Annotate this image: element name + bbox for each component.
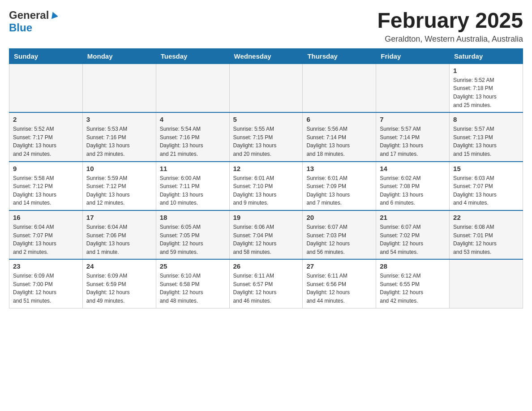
- calendar-day-cell: 11Sunrise: 6:00 AM Sunset: 7:11 PM Dayli…: [156, 162, 229, 210]
- calendar-day-cell: 2Sunrise: 5:52 AM Sunset: 7:17 PM Daylig…: [9, 112, 83, 161]
- col-thursday: Thursday: [303, 48, 376, 64]
- day-sun-info: Sunrise: 6:01 AM Sunset: 7:10 PM Dayligh…: [233, 174, 299, 207]
- calendar-week-row: 2Sunrise: 5:52 AM Sunset: 7:17 PM Daylig…: [9, 112, 523, 161]
- day-sun-info: Sunrise: 5:58 AM Sunset: 7:12 PM Dayligh…: [13, 174, 79, 207]
- calendar-day-cell: 21Sunrise: 6:07 AM Sunset: 7:02 PM Dayli…: [376, 210, 450, 259]
- col-monday: Monday: [82, 48, 156, 64]
- col-friday: Friday: [376, 48, 450, 64]
- day-sun-info: Sunrise: 6:11 AM Sunset: 6:57 PM Dayligh…: [233, 272, 299, 305]
- day-number: 26: [233, 262, 299, 270]
- svg-marker-0: [50, 11, 58, 19]
- day-sun-info: Sunrise: 6:09 AM Sunset: 6:59 PM Dayligh…: [86, 272, 152, 305]
- title-section: February 2025 Geraldton, Western Austral…: [377, 9, 523, 44]
- logo-general-text: General: [9, 9, 49, 21]
- day-sun-info: Sunrise: 5:52 AM Sunset: 7:18 PM Dayligh…: [453, 76, 519, 109]
- col-tuesday: Tuesday: [156, 48, 229, 64]
- calendar-week-row: 23Sunrise: 6:09 AM Sunset: 7:00 PM Dayli…: [9, 259, 523, 308]
- day-number: 8: [453, 116, 519, 123]
- calendar-day-cell: 6Sunrise: 5:56 AM Sunset: 7:14 PM Daylig…: [303, 112, 376, 161]
- calendar-day-cell: [229, 64, 303, 112]
- calendar-day-cell: 25Sunrise: 6:10 AM Sunset: 6:58 PM Dayli…: [156, 259, 229, 308]
- calendar-day-cell: 5Sunrise: 5:55 AM Sunset: 7:15 PM Daylig…: [229, 112, 303, 161]
- calendar-day-cell: 4Sunrise: 5:54 AM Sunset: 7:16 PM Daylig…: [156, 112, 229, 161]
- logo-triangle-icon: [50, 11, 58, 21]
- day-sun-info: Sunrise: 6:03 AM Sunset: 7:07 PM Dayligh…: [453, 174, 519, 207]
- month-title: February 2025: [377, 9, 523, 33]
- day-number: 15: [453, 165, 519, 172]
- calendar-day-cell: [9, 64, 83, 112]
- day-sun-info: Sunrise: 6:04 AM Sunset: 7:06 PM Dayligh…: [86, 223, 152, 256]
- calendar-day-cell: [303, 64, 376, 112]
- location-text: Geraldton, Western Australia, Australia: [377, 34, 523, 44]
- calendar-day-cell: 28Sunrise: 6:12 AM Sunset: 6:55 PM Dayli…: [376, 259, 450, 308]
- day-number: 17: [86, 214, 152, 221]
- calendar-day-cell: 24Sunrise: 6:09 AM Sunset: 6:59 PM Dayli…: [82, 259, 156, 308]
- day-number: 22: [453, 214, 519, 221]
- calendar-day-cell: 27Sunrise: 6:11 AM Sunset: 6:56 PM Dayli…: [303, 259, 376, 308]
- col-saturday: Saturday: [450, 48, 523, 64]
- calendar-day-cell: 16Sunrise: 6:04 AM Sunset: 7:07 PM Dayli…: [9, 210, 83, 259]
- day-number: 6: [306, 116, 372, 123]
- calendar-header-row: Sunday Monday Tuesday Wednesday Thursday…: [9, 48, 523, 64]
- calendar-day-cell: 17Sunrise: 6:04 AM Sunset: 7:06 PM Dayli…: [82, 210, 156, 259]
- day-number: 20: [306, 214, 372, 221]
- day-sun-info: Sunrise: 5:54 AM Sunset: 7:16 PM Dayligh…: [160, 125, 226, 158]
- day-sun-info: Sunrise: 6:07 AM Sunset: 7:02 PM Dayligh…: [380, 223, 446, 256]
- day-number: 23: [13, 262, 79, 270]
- day-number: 1: [453, 67, 519, 74]
- calendar-day-cell: 14Sunrise: 6:02 AM Sunset: 7:08 PM Dayli…: [376, 162, 450, 210]
- day-number: 10: [86, 165, 152, 172]
- logo: General Blue: [9, 9, 58, 34]
- day-sun-info: Sunrise: 6:06 AM Sunset: 7:04 PM Dayligh…: [233, 223, 299, 256]
- logo-blue-text: Blue: [9, 21, 32, 34]
- day-sun-info: Sunrise: 6:01 AM Sunset: 7:09 PM Dayligh…: [306, 174, 372, 207]
- day-number: 11: [160, 165, 226, 172]
- calendar-day-cell: 12Sunrise: 6:01 AM Sunset: 7:10 PM Dayli…: [229, 162, 303, 210]
- calendar-week-row: 1Sunrise: 5:52 AM Sunset: 7:18 PM Daylig…: [9, 64, 523, 112]
- calendar-day-cell: 26Sunrise: 6:11 AM Sunset: 6:57 PM Dayli…: [229, 259, 303, 308]
- day-sun-info: Sunrise: 5:56 AM Sunset: 7:14 PM Dayligh…: [306, 125, 372, 158]
- calendar-day-cell: 19Sunrise: 6:06 AM Sunset: 7:04 PM Dayli…: [229, 210, 303, 259]
- calendar-day-cell: 20Sunrise: 6:07 AM Sunset: 7:03 PM Dayli…: [303, 210, 376, 259]
- calendar-day-cell: 7Sunrise: 5:57 AM Sunset: 7:14 PM Daylig…: [376, 112, 450, 161]
- day-number: 25: [160, 262, 226, 270]
- day-sun-info: Sunrise: 6:08 AM Sunset: 7:01 PM Dayligh…: [453, 223, 519, 256]
- day-number: 27: [306, 262, 372, 270]
- day-number: 19: [233, 214, 299, 221]
- day-number: 3: [86, 116, 152, 123]
- day-sun-info: Sunrise: 5:57 AM Sunset: 7:13 PM Dayligh…: [453, 125, 519, 158]
- calendar-day-cell: [156, 64, 229, 112]
- day-sun-info: Sunrise: 6:09 AM Sunset: 7:00 PM Dayligh…: [13, 272, 79, 305]
- day-number: 18: [160, 214, 226, 221]
- calendar-day-cell: 15Sunrise: 6:03 AM Sunset: 7:07 PM Dayli…: [450, 162, 523, 210]
- day-number: 13: [306, 165, 372, 172]
- day-number: 2: [13, 116, 79, 123]
- calendar-day-cell: 13Sunrise: 6:01 AM Sunset: 7:09 PM Dayli…: [303, 162, 376, 210]
- col-sunday: Sunday: [9, 48, 83, 64]
- day-number: 21: [380, 214, 446, 221]
- day-number: 28: [380, 262, 446, 270]
- day-number: 16: [13, 214, 79, 221]
- day-sun-info: Sunrise: 6:05 AM Sunset: 7:05 PM Dayligh…: [160, 223, 226, 256]
- day-number: 24: [86, 262, 152, 270]
- day-sun-info: Sunrise: 6:12 AM Sunset: 6:55 PM Dayligh…: [380, 272, 446, 305]
- day-sun-info: Sunrise: 6:00 AM Sunset: 7:11 PM Dayligh…: [160, 174, 226, 207]
- calendar-day-cell: [82, 64, 156, 112]
- calendar-table: Sunday Monday Tuesday Wednesday Thursday…: [9, 48, 523, 308]
- day-sun-info: Sunrise: 6:04 AM Sunset: 7:07 PM Dayligh…: [13, 223, 79, 256]
- day-sun-info: Sunrise: 5:55 AM Sunset: 7:15 PM Dayligh…: [233, 125, 299, 158]
- day-number: 14: [380, 165, 446, 172]
- day-number: 7: [380, 116, 446, 123]
- calendar-day-cell: 1Sunrise: 5:52 AM Sunset: 7:18 PM Daylig…: [450, 64, 523, 112]
- day-sun-info: Sunrise: 5:57 AM Sunset: 7:14 PM Dayligh…: [380, 125, 446, 158]
- day-sun-info: Sunrise: 5:52 AM Sunset: 7:17 PM Dayligh…: [13, 125, 79, 158]
- day-sun-info: Sunrise: 5:59 AM Sunset: 7:12 PM Dayligh…: [86, 174, 152, 207]
- day-sun-info: Sunrise: 5:53 AM Sunset: 7:16 PM Dayligh…: [86, 125, 152, 158]
- col-wednesday: Wednesday: [229, 48, 303, 64]
- calendar-day-cell: 18Sunrise: 6:05 AM Sunset: 7:05 PM Dayli…: [156, 210, 229, 259]
- calendar-week-row: 16Sunrise: 6:04 AM Sunset: 7:07 PM Dayli…: [9, 210, 523, 259]
- page-header: General Blue February 2025 Geraldton, We…: [9, 9, 523, 44]
- day-sun-info: Sunrise: 6:11 AM Sunset: 6:56 PM Dayligh…: [306, 272, 372, 305]
- calendar-day-cell: 10Sunrise: 5:59 AM Sunset: 7:12 PM Dayli…: [82, 162, 156, 210]
- calendar-day-cell: [376, 64, 450, 112]
